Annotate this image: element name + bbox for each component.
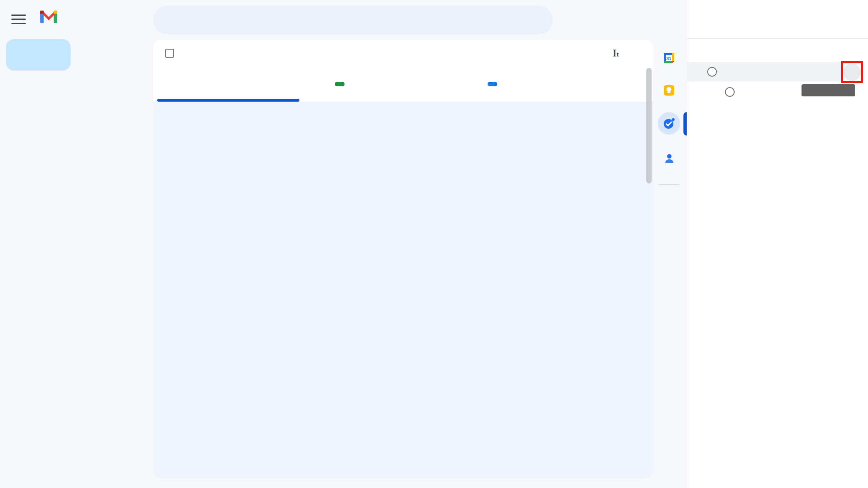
close-panel-button[interactable] [845, 11, 861, 27]
info-icon[interactable] [661, 458, 677, 474]
subtask-complete-circle[interactable] [725, 87, 735, 97]
tasks-active-indicator [683, 112, 687, 136]
apps-grid-button[interactable] [627, 10, 647, 29]
input-tools-icon: It [613, 47, 619, 59]
calendar-icon: 31 [662, 52, 675, 65]
task-row[interactable] [687, 62, 842, 81]
select-all-checkbox[interactable] [165, 49, 174, 58]
svg-text:31: 31 [666, 56, 671, 61]
gmail-logo [39, 9, 62, 23]
contacts-icon [662, 152, 675, 165]
search-bar[interactable] [153, 6, 553, 34]
tasks-panel [687, 0, 868, 488]
get-addons-button[interactable] [658, 196, 680, 219]
add-task-icon [701, 44, 714, 57]
highlight-red-box [841, 61, 863, 83]
main-menu-button[interactable] [9, 10, 28, 29]
gmail-m-icon [39, 9, 58, 23]
keep-icon [662, 84, 675, 97]
calendar-rail-button[interactable]: 31 [658, 47, 680, 69]
social-new-badge [488, 82, 497, 86]
help-button[interactable] [574, 10, 593, 29]
subtask-row[interactable] [687, 82, 868, 102]
newer-page-icon[interactable] [564, 45, 580, 61]
inbox-tabs [153, 67, 653, 102]
settings-button[interactable] [600, 10, 620, 29]
keep-rail-button[interactable] [658, 79, 680, 102]
older-page-icon[interactable] [588, 45, 604, 61]
compose-button[interactable] [6, 39, 71, 70]
input-tools-button[interactable]: It [613, 45, 621, 61]
add-to-starred-button[interactable] [843, 63, 861, 81]
labels-section-header [0, 468, 147, 488]
task-complete-circle[interactable] [707, 67, 717, 77]
tasks-icon [662, 117, 676, 130]
list-scrollbar[interactable] [646, 68, 652, 184]
mail-toolbar: It [153, 40, 653, 67]
contacts-rail-button[interactable] [658, 148, 680, 170]
tab-principale[interactable] [165, 67, 172, 102]
active-tab-underline [157, 99, 299, 102]
tab-social[interactable] [474, 67, 497, 102]
tab-promozioni[interactable] [321, 67, 345, 102]
promotions-new-badge [335, 82, 345, 86]
mail-list-card: It [153, 40, 653, 478]
create-label-button[interactable] [127, 471, 141, 485]
tasks-rail-button[interactable] [658, 112, 680, 135]
email-list [153, 102, 653, 478]
rail-divider [658, 184, 679, 185]
add-task-button[interactable] [687, 39, 868, 62]
